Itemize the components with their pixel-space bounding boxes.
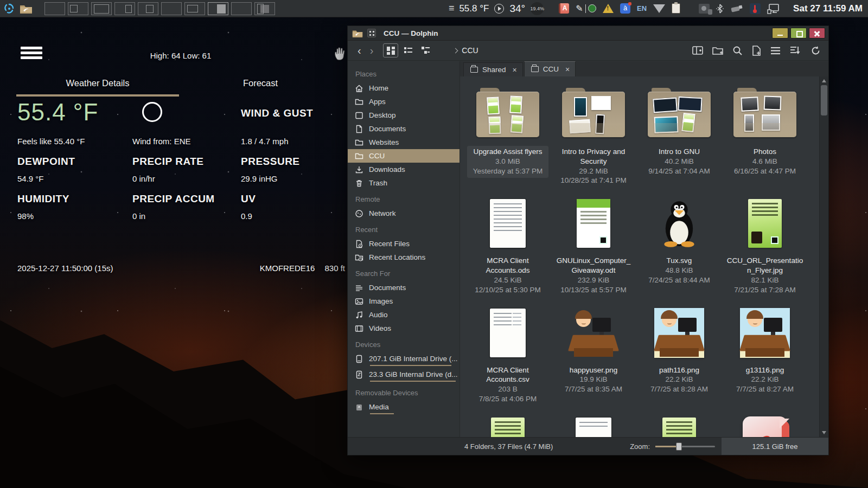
text-document-icon — [490, 309, 526, 357]
drag-hand-icon[interactable] — [333, 46, 347, 61]
sidebar-item-search-documents[interactable]: Documents — [348, 281, 459, 294]
pager-desktop[interactable] — [184, 2, 205, 15]
details-view-button[interactable] — [400, 43, 416, 57]
pager-desktop[interactable] — [231, 2, 252, 15]
clipboard-icon[interactable] — [672, 3, 680, 14]
file-item-mcra-ods[interactable]: MCRA Client Accounts.ods 24.5 KiB 12/10/… — [467, 196, 548, 297]
breadcrumb-folder[interactable]: CCU — [462, 46, 478, 55]
file-item-photos[interactable]: Photos 4.6 MiB 6/16/25 at 4:47 PM — [724, 87, 806, 188]
sidebar-item-recent-files[interactable]: Recent Files — [348, 237, 459, 251]
forward-button[interactable]: › — [366, 44, 378, 57]
sidebar-item-desktop[interactable]: Desktop — [348, 108, 459, 122]
file-date: 7/7/25 at 8:35 AM — [554, 384, 633, 394]
pager-desktop[interactable] — [68, 2, 88, 15]
file-item-mcra-csv[interactable]: MCRA Client Accounts.csv 203 B 7/8/25 at… — [467, 306, 548, 406]
tab-weather-details[interactable]: Weather Details — [16, 78, 179, 88]
precip-rate-label: PRECIP RATE — [132, 152, 241, 168]
play-circle-icon[interactable] — [494, 4, 504, 14]
file-item-ccu-orl-flyer-jpg[interactable]: CCU_ORL_Presentation_Flyer.jpg 82.1 KiB … — [724, 196, 806, 297]
file-item-tux-svg[interactable]: Tux.svg 48.8 KiB 7/24/25 at 8:44 AM — [639, 196, 720, 297]
close-button[interactable] — [809, 28, 825, 38]
tab-forecast[interactable]: Forecast — [179, 78, 342, 88]
scrollbar-thumb[interactable] — [821, 85, 827, 115]
sidebar-item-media[interactable]: Media — [348, 400, 459, 414]
sort-button[interactable] — [790, 46, 801, 55]
search-button[interactable] — [732, 46, 743, 56]
new-file-button[interactable] — [752, 46, 761, 56]
sidebar-item-ccu[interactable]: CCU — [348, 149, 459, 163]
scroll-up-icon[interactable] — [822, 79, 826, 82]
reading-app-icon[interactable]: A — [559, 3, 569, 14]
pager-desktop[interactable] — [161, 2, 182, 15]
sidebar-item-apps[interactable]: Apps — [348, 95, 459, 108]
zoom-slider-handle[interactable] — [676, 442, 682, 451]
back-button[interactable]: ‹ — [353, 44, 366, 57]
sidebar-item-drive-207[interactable]: 207.1 GiB Internal Drive (... — [348, 352, 459, 365]
file-item-flyer-partial[interactable] — [467, 415, 548, 437]
sidebar-item-label: Trash — [369, 179, 387, 187]
icons-view-button[interactable] — [383, 43, 398, 57]
tab-ccu[interactable]: CCU × — [524, 61, 576, 76]
audio-volume-icon[interactable] — [699, 4, 710, 14]
bluetooth-icon[interactable] — [716, 3, 724, 14]
thermometer-icon[interactable] — [750, 3, 761, 14]
pager-desktop[interactable] — [91, 2, 112, 15]
dolphin-taskbar-icon[interactable] — [20, 3, 33, 14]
color-picker-icon[interactable]: ✎ — [576, 3, 596, 14]
sidebar-item-search-audio[interactable]: Audio — [348, 308, 459, 322]
sidebar-item-search-videos[interactable]: Videos — [348, 322, 459, 335]
zoom-slider[interactable] — [655, 446, 715, 447]
split-view-button[interactable] — [692, 46, 703, 55]
triangle-widget-icon[interactable] — [653, 4, 665, 13]
pager-desktop[interactable] — [114, 2, 135, 15]
pager-desktop[interactable] — [254, 2, 275, 15]
panel-secondary-temp[interactable]: 34° — [509, 3, 525, 15]
app-menu-icon[interactable] — [3, 3, 15, 15]
sidebar-item-recent-locations[interactable]: Recent Locations — [348, 251, 459, 264]
file-item-pdf-partial[interactable] — [724, 415, 806, 437]
compact-view-button[interactable] — [418, 43, 433, 57]
new-folder-button[interactable] — [712, 46, 723, 55]
maximize-button[interactable] — [790, 28, 807, 38]
file-item-intro-to-gnu[interactable]: Intro to GNU 40.2 MiB 9/14/25 at 7:04 AM — [639, 87, 720, 188]
tab-close-icon[interactable]: × — [513, 66, 517, 74]
menu-button[interactable] — [770, 47, 781, 55]
warning-icon[interactable] — [603, 4, 614, 13]
tab-close-icon[interactable]: × — [565, 65, 570, 74]
file-item-path116-png[interactable]: path116.png 22.2 KiB 7/7/25 at 8:28 AM — [639, 306, 720, 406]
file-item-g13116-png[interactable]: g13116.png 22.2 KiB 7/7/25 at 8:27 AM — [724, 306, 806, 406]
display-icon[interactable] — [767, 3, 780, 14]
minimize-button[interactable] — [772, 28, 788, 38]
scroll-down-icon[interactable] — [822, 431, 826, 434]
panel-temperature[interactable]: 55.8 °F — [459, 3, 489, 14]
usb-device-icon[interactable] — [730, 4, 743, 13]
tab-shared[interactable]: Shared × — [463, 62, 523, 76]
sidebar-item-downloads[interactable]: Downloads — [348, 163, 459, 176]
pager-desktop[interactable] — [138, 2, 158, 15]
vertical-scrollbar[interactable] — [819, 76, 828, 437]
file-item-intro-privacy-security[interactable]: Intro to Privacy and Security 29.2 MiB 1… — [553, 87, 634, 188]
sidebar-item-websites[interactable]: Websites — [348, 136, 459, 149]
sidebar-item-documents[interactable]: Documents — [348, 122, 459, 136]
file-item-upgrade-assist-flyers[interactable]: Upgrade Assist flyers 3.0 MiB Yesterday … — [467, 87, 548, 188]
refresh-button[interactable] — [810, 46, 821, 56]
pager-desktop[interactable] — [44, 2, 65, 15]
file-item-flyer-dark-partial[interactable] — [639, 415, 720, 437]
sidebar-item-search-images[interactable]: Images — [348, 294, 459, 308]
sidebar-item-network[interactable]: Network — [348, 207, 459, 220]
panel-menu-icon[interactable]: ≡ — [449, 3, 454, 14]
keyboard-layout-indicator[interactable]: EN — [637, 4, 647, 12]
accent-keyboard-icon[interactable]: à — [620, 3, 630, 14]
sidebar-item-home[interactable]: Home — [348, 81, 459, 95]
title-bar[interactable]: CCU — Dolphin — [348, 26, 828, 41]
file-item-gnulinux-giveaway-odt[interactable]: GNULinux_Computer_Giveaway.odt 232.9 KiB… — [553, 196, 634, 297]
file-item-happyuser-png[interactable]: happyuser.png 19.9 KiB 7/7/25 at 8:35 AM — [553, 306, 634, 406]
wind-direction-ring — [142, 102, 162, 122]
sidebar-item-drive-23[interactable]: 23.3 GiB Internal Drive (d... — [348, 368, 459, 381]
virtual-desktop-pager[interactable] — [44, 2, 275, 15]
file-item-document-partial[interactable] — [553, 415, 634, 437]
panel-clock[interactable]: Sat 27 11:59 AM — [793, 3, 863, 14]
humidity-badge[interactable]: 19.4% — [531, 2, 544, 15]
sidebar-item-trash[interactable]: Trash — [348, 176, 459, 190]
pager-desktop-active[interactable] — [208, 2, 228, 15]
